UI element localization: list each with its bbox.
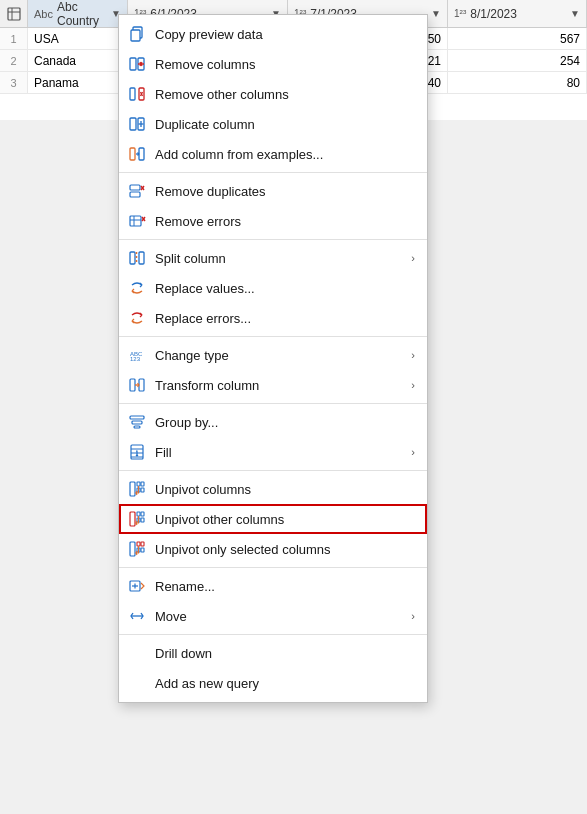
menu-item-remove-other-columns[interactable]: Remove other columns: [119, 79, 427, 109]
num-1: 567: [448, 28, 587, 49]
separator-3: [119, 336, 427, 337]
remove-errors-label: Remove errors: [155, 214, 415, 229]
svg-rect-41: [132, 421, 142, 424]
country-2: Canada: [28, 50, 128, 71]
svg-rect-61: [141, 548, 144, 552]
svg-rect-52: [130, 512, 135, 526]
menu-item-remove-duplicates[interactable]: Remove duplicates: [119, 176, 427, 206]
svg-rect-53: [137, 512, 140, 516]
menu-item-split-column[interactable]: Split column ›: [119, 243, 427, 273]
country-1: USA: [28, 28, 128, 49]
group-by-icon: [127, 412, 147, 432]
svg-rect-33: [139, 252, 144, 264]
svg-rect-4: [131, 30, 140, 41]
menu-item-unpivot-columns[interactable]: Unpivot columns: [119, 474, 427, 504]
num-2: 254: [448, 50, 587, 71]
unpivot-other-columns-icon: [127, 509, 147, 529]
menu-item-move[interactable]: Move ›: [119, 601, 427, 631]
row-num-3: 3: [0, 72, 28, 93]
num-header[interactable]: 1²³ 8/1/2023 ▼: [448, 0, 587, 27]
menu-item-fill[interactable]: Fill ›: [119, 437, 427, 467]
menu-item-rename[interactable]: Rename...: [119, 571, 427, 601]
svg-rect-40: [130, 416, 144, 419]
menu-item-transform-column[interactable]: Transform column ›: [119, 370, 427, 400]
transform-column-label: Transform column: [155, 378, 403, 393]
menu-item-replace-errors[interactable]: Replace errors...: [119, 303, 427, 333]
separator-4: [119, 403, 427, 404]
svg-rect-42: [134, 426, 140, 428]
svg-rect-27: [130, 216, 141, 226]
row-num-header: [0, 0, 28, 27]
drill-down-label: Drill down: [155, 646, 415, 661]
menu-item-change-type[interactable]: ABC 123 Change type ›: [119, 340, 427, 370]
add-new-query-icon: [127, 673, 147, 693]
split-column-arrow: ›: [411, 252, 415, 264]
change-type-arrow: ›: [411, 349, 415, 361]
svg-rect-54: [141, 512, 144, 516]
separator-1: [119, 172, 427, 173]
row-num-2: 2: [0, 50, 28, 71]
svg-rect-23: [130, 185, 140, 190]
svg-rect-0: [8, 8, 20, 20]
menu-item-group-by[interactable]: Group by...: [119, 407, 427, 437]
unpivot-selected-columns-label: Unpivot only selected columns: [155, 542, 415, 557]
add-new-query-label: Add as new query: [155, 676, 415, 691]
remove-errors-icon: [127, 211, 147, 231]
svg-rect-49: [141, 482, 144, 486]
menu-item-add-new-query[interactable]: Add as new query: [119, 668, 427, 698]
remove-other-columns-label: Remove other columns: [155, 87, 415, 102]
svg-rect-47: [130, 482, 135, 496]
num-3: 80: [448, 72, 587, 93]
remove-duplicates-label: Remove duplicates: [155, 184, 415, 199]
svg-rect-14: [130, 118, 136, 130]
replace-values-icon: [127, 278, 147, 298]
svg-rect-58: [137, 542, 140, 546]
group-by-label: Group by...: [155, 415, 415, 430]
move-icon: [127, 606, 147, 626]
menu-item-drill-down[interactable]: Drill down: [119, 638, 427, 668]
svg-text:123: 123: [130, 356, 141, 362]
num-label: 8/1/2023: [470, 7, 517, 21]
context-menu: Copy preview data Remove columns Remove …: [118, 14, 428, 703]
split-column-label: Split column: [155, 251, 403, 266]
menu-item-add-column-examples[interactable]: Add column from examples...: [119, 139, 427, 169]
add-column-examples-label: Add column from examples...: [155, 147, 415, 162]
fill-arrow: ›: [411, 446, 415, 458]
transform-column-arrow: ›: [411, 379, 415, 391]
copy-preview-label: Copy preview data: [155, 27, 415, 42]
svg-rect-32: [130, 252, 135, 264]
drill-down-icon: [127, 643, 147, 663]
remove-duplicates-icon: [127, 181, 147, 201]
menu-item-copy-preview[interactable]: Copy preview data: [119, 19, 427, 49]
menu-item-replace-values[interactable]: Replace values...: [119, 273, 427, 303]
svg-rect-48: [137, 482, 140, 486]
unpivot-columns-label: Unpivot columns: [155, 482, 415, 497]
duplicate-column-icon: [127, 114, 147, 134]
menu-item-remove-columns[interactable]: Remove columns: [119, 49, 427, 79]
change-type-icon: ABC 123: [127, 345, 147, 365]
replace-errors-icon: [127, 308, 147, 328]
add-column-examples-icon: [127, 144, 147, 164]
row-num-1: 1: [0, 28, 28, 49]
remove-other-columns-icon: [127, 84, 147, 104]
rename-icon: [127, 576, 147, 596]
svg-rect-59: [141, 542, 144, 546]
menu-item-duplicate-column[interactable]: Duplicate column: [119, 109, 427, 139]
separator-6: [119, 567, 427, 568]
separator-7: [119, 634, 427, 635]
country-header-label: Abc Country: [57, 0, 107, 28]
menu-item-unpivot-other-columns[interactable]: Unpivot other columns: [119, 504, 427, 534]
date2-dropdown-btn[interactable]: ▼: [431, 8, 441, 19]
menu-item-unpivot-selected-columns[interactable]: Unpivot only selected columns: [119, 534, 427, 564]
replace-errors-label: Replace errors...: [155, 311, 415, 326]
unpivot-other-columns-label: Unpivot other columns: [155, 512, 415, 527]
separator-2: [119, 239, 427, 240]
change-type-label: Change type: [155, 348, 403, 363]
svg-rect-57: [130, 542, 135, 556]
fill-label: Fill: [155, 445, 403, 460]
svg-rect-56: [141, 518, 144, 522]
move-arrow: ›: [411, 610, 415, 622]
num-dropdown-btn[interactable]: ▼: [570, 8, 580, 19]
menu-item-remove-errors[interactable]: Remove errors: [119, 206, 427, 236]
country-header[interactable]: Abc Abc Country ▼: [28, 0, 128, 27]
